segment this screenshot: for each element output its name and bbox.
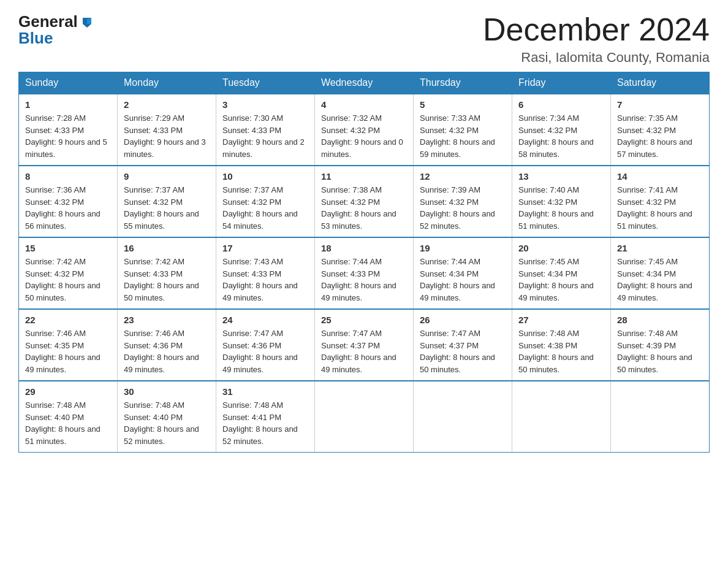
day-number: 19 xyxy=(420,243,506,253)
day-info: Sunrise: 7:38 AM Sunset: 4:32 PM Dayligh… xyxy=(321,184,407,232)
day-number: 21 xyxy=(617,243,703,253)
header-thursday: Thursday xyxy=(414,72,512,94)
header-tuesday: Tuesday xyxy=(216,72,315,94)
day-info: Sunrise: 7:47 AM Sunset: 4:37 PM Dayligh… xyxy=(420,327,506,375)
day-info: Sunrise: 7:48 AM Sunset: 4:38 PM Dayligh… xyxy=(518,327,604,375)
calendar-day-cell: 4 Sunrise: 7:32 AM Sunset: 4:32 PM Dayli… xyxy=(315,94,414,166)
header-monday: Monday xyxy=(118,72,216,94)
calendar-day-cell: 13 Sunrise: 7:40 AM Sunset: 4:32 PM Dayl… xyxy=(512,166,611,237)
day-info: Sunrise: 7:34 AM Sunset: 4:32 PM Dayligh… xyxy=(518,112,604,160)
day-info: Sunrise: 7:42 AM Sunset: 4:33 PM Dayligh… xyxy=(124,256,210,304)
day-info: Sunrise: 7:48 AM Sunset: 4:41 PM Dayligh… xyxy=(222,399,308,447)
day-number: 3 xyxy=(222,99,308,110)
day-number: 16 xyxy=(124,243,210,253)
calendar-day-cell: 9 Sunrise: 7:37 AM Sunset: 4:32 PM Dayli… xyxy=(118,166,216,237)
calendar-day-cell: 25 Sunrise: 7:47 AM Sunset: 4:37 PM Dayl… xyxy=(315,309,414,381)
day-number: 5 xyxy=(420,99,506,110)
logo-text-blue: Blue xyxy=(18,29,53,48)
day-info: Sunrise: 7:35 AM Sunset: 4:32 PM Dayligh… xyxy=(617,112,703,160)
calendar-day-cell: 26 Sunrise: 7:47 AM Sunset: 4:37 PM Dayl… xyxy=(414,309,512,381)
day-number: 15 xyxy=(25,243,111,253)
calendar-day-cell: 6 Sunrise: 7:34 AM Sunset: 4:32 PM Dayli… xyxy=(512,94,611,166)
day-info: Sunrise: 7:33 AM Sunset: 4:32 PM Dayligh… xyxy=(420,112,506,160)
day-info: Sunrise: 7:37 AM Sunset: 4:32 PM Dayligh… xyxy=(124,184,210,232)
calendar-empty-cell xyxy=(512,381,611,453)
calendar-day-cell: 7 Sunrise: 7:35 AM Sunset: 4:32 PM Dayli… xyxy=(611,94,710,166)
page-header: General Blue December 2024 Rasi, Ialomit… xyxy=(18,12,710,66)
calendar-empty-cell xyxy=(611,381,710,453)
calendar-day-cell: 28 Sunrise: 7:48 AM Sunset: 4:39 PM Dayl… xyxy=(611,309,710,381)
calendar-day-cell: 3 Sunrise: 7:30 AM Sunset: 4:33 PM Dayli… xyxy=(216,94,315,166)
day-info: Sunrise: 7:46 AM Sunset: 4:36 PM Dayligh… xyxy=(124,327,210,375)
header-friday: Friday xyxy=(512,72,611,94)
day-number: 6 xyxy=(518,99,604,110)
calendar-day-cell: 10 Sunrise: 7:37 AM Sunset: 4:32 PM Dayl… xyxy=(216,166,315,237)
day-info: Sunrise: 7:44 AM Sunset: 4:34 PM Dayligh… xyxy=(420,256,506,304)
calendar-day-cell: 5 Sunrise: 7:33 AM Sunset: 4:32 PM Dayli… xyxy=(414,94,512,166)
calendar-day-cell: 8 Sunrise: 7:36 AM Sunset: 4:32 PM Dayli… xyxy=(19,166,118,237)
calendar-day-cell: 24 Sunrise: 7:47 AM Sunset: 4:36 PM Dayl… xyxy=(216,309,315,381)
day-info: Sunrise: 7:47 AM Sunset: 4:37 PM Dayligh… xyxy=(321,327,407,375)
day-number: 22 xyxy=(25,315,111,325)
day-number: 29 xyxy=(25,386,111,397)
day-info: Sunrise: 7:48 AM Sunset: 4:39 PM Dayligh… xyxy=(617,327,703,375)
day-number: 31 xyxy=(222,386,308,397)
day-number: 26 xyxy=(420,315,506,325)
calendar-day-cell: 15 Sunrise: 7:42 AM Sunset: 4:32 PM Dayl… xyxy=(19,237,118,309)
day-number: 8 xyxy=(25,171,111,182)
calendar-week-row: 22 Sunrise: 7:46 AM Sunset: 4:35 PM Dayl… xyxy=(19,309,710,381)
calendar-day-cell: 29 Sunrise: 7:48 AM Sunset: 4:40 PM Dayl… xyxy=(19,381,118,453)
calendar-day-cell: 30 Sunrise: 7:48 AM Sunset: 4:40 PM Dayl… xyxy=(118,381,216,453)
month-title: December 2024 xyxy=(483,12,710,47)
calendar-week-row: 29 Sunrise: 7:48 AM Sunset: 4:40 PM Dayl… xyxy=(19,381,710,453)
day-number: 12 xyxy=(420,171,506,182)
calendar-day-cell: 20 Sunrise: 7:45 AM Sunset: 4:34 PM Dayl… xyxy=(512,237,611,309)
calendar-empty-cell xyxy=(315,381,414,453)
day-number: 17 xyxy=(222,243,308,253)
calendar-day-cell: 12 Sunrise: 7:39 AM Sunset: 4:32 PM Dayl… xyxy=(414,166,512,237)
calendar-day-cell: 21 Sunrise: 7:45 AM Sunset: 4:34 PM Dayl… xyxy=(611,237,710,309)
header-saturday: Saturday xyxy=(611,72,710,94)
day-number: 14 xyxy=(617,171,703,182)
calendar-day-cell: 27 Sunrise: 7:48 AM Sunset: 4:38 PM Dayl… xyxy=(512,309,611,381)
day-info: Sunrise: 7:29 AM Sunset: 4:33 PM Dayligh… xyxy=(124,112,210,160)
day-info: Sunrise: 7:30 AM Sunset: 4:33 PM Dayligh… xyxy=(222,112,308,160)
day-info: Sunrise: 7:42 AM Sunset: 4:32 PM Dayligh… xyxy=(25,256,111,304)
day-info: Sunrise: 7:48 AM Sunset: 4:40 PM Dayligh… xyxy=(124,399,210,447)
day-number: 7 xyxy=(617,99,703,110)
calendar-day-cell: 14 Sunrise: 7:41 AM Sunset: 4:32 PM Dayl… xyxy=(611,166,710,237)
day-info: Sunrise: 7:47 AM Sunset: 4:36 PM Dayligh… xyxy=(222,327,308,375)
calendar-week-row: 1 Sunrise: 7:28 AM Sunset: 4:33 PM Dayli… xyxy=(19,94,710,166)
title-block: December 2024 Rasi, Ialomita County, Rom… xyxy=(483,12,710,66)
day-info: Sunrise: 7:32 AM Sunset: 4:32 PM Dayligh… xyxy=(321,112,407,160)
calendar-day-cell: 18 Sunrise: 7:44 AM Sunset: 4:33 PM Dayl… xyxy=(315,237,414,309)
calendar-day-cell: 22 Sunrise: 7:46 AM Sunset: 4:35 PM Dayl… xyxy=(19,309,118,381)
calendar-day-cell: 23 Sunrise: 7:46 AM Sunset: 4:36 PM Dayl… xyxy=(118,309,216,381)
header-sunday: Sunday xyxy=(19,72,118,94)
day-info: Sunrise: 7:39 AM Sunset: 4:32 PM Dayligh… xyxy=(420,184,506,232)
calendar-day-cell: 19 Sunrise: 7:44 AM Sunset: 4:34 PM Dayl… xyxy=(414,237,512,309)
calendar-header-row: SundayMondayTuesdayWednesdayThursdayFrid… xyxy=(19,72,710,94)
day-info: Sunrise: 7:48 AM Sunset: 4:40 PM Dayligh… xyxy=(25,399,111,447)
day-info: Sunrise: 7:41 AM Sunset: 4:32 PM Dayligh… xyxy=(617,184,703,232)
calendar-empty-cell xyxy=(414,381,512,453)
day-info: Sunrise: 7:46 AM Sunset: 4:35 PM Dayligh… xyxy=(25,327,111,375)
day-number: 2 xyxy=(124,99,210,110)
day-number: 1 xyxy=(25,99,111,110)
location-text: Rasi, Ialomita County, Romania xyxy=(483,50,710,66)
day-info: Sunrise: 7:45 AM Sunset: 4:34 PM Dayligh… xyxy=(518,256,604,304)
calendar-day-cell: 16 Sunrise: 7:42 AM Sunset: 4:33 PM Dayl… xyxy=(118,237,216,309)
day-number: 23 xyxy=(124,315,210,325)
day-info: Sunrise: 7:43 AM Sunset: 4:33 PM Dayligh… xyxy=(222,256,308,304)
day-number: 24 xyxy=(222,315,308,325)
day-number: 25 xyxy=(321,315,407,325)
header-wednesday: Wednesday xyxy=(315,72,414,94)
calendar-week-row: 15 Sunrise: 7:42 AM Sunset: 4:32 PM Dayl… xyxy=(19,237,710,309)
calendar-day-cell: 31 Sunrise: 7:48 AM Sunset: 4:41 PM Dayl… xyxy=(216,381,315,453)
day-number: 27 xyxy=(518,315,604,325)
day-number: 10 xyxy=(222,171,308,182)
day-info: Sunrise: 7:36 AM Sunset: 4:32 PM Dayligh… xyxy=(25,184,111,232)
day-number: 30 xyxy=(124,386,210,397)
calendar-day-cell: 2 Sunrise: 7:29 AM Sunset: 4:33 PM Dayli… xyxy=(118,94,216,166)
day-info: Sunrise: 7:44 AM Sunset: 4:33 PM Dayligh… xyxy=(321,256,407,304)
